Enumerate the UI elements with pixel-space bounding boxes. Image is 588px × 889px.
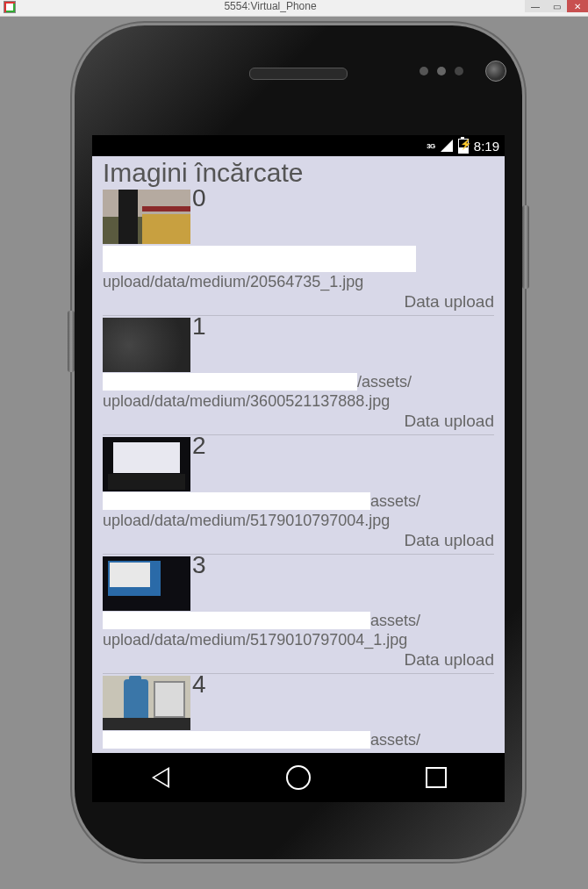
nav-back-button[interactable] <box>147 764 174 791</box>
list-divider <box>103 315 494 316</box>
phone-screen: 3G ⚡ 8:19 Imagini încărcate <box>92 135 505 802</box>
network-type-icon: 3G <box>427 142 435 150</box>
window-minimize-button[interactable]: — <box>525 0 546 12</box>
android-nav-bar <box>92 753 505 802</box>
item-path: assets/ <box>103 730 494 750</box>
phone-sensor-icon <box>437 67 446 75</box>
item-upload-label: Data upload <box>103 531 494 550</box>
phone-sensor-icon <box>455 67 463 75</box>
phone-front-camera-icon <box>485 61 506 82</box>
item-path: /assets/ upload/data/medium/360052113788… <box>103 372 494 412</box>
phone-power-button[interactable] <box>522 205 529 289</box>
emulator-window-title: 5554:Virtual_Phone <box>224 0 316 12</box>
emulator-window-titlebar: 5554:Virtual_Phone — ▭ ✕ <box>0 0 588 17</box>
emulator-app-icon <box>4 1 16 13</box>
item-upload-label: Data upload <box>103 292 494 312</box>
item-path: assets/ upload/data/medium/5179010797004… <box>103 611 494 650</box>
recent-apps-icon <box>426 767 447 788</box>
phone-volume-button[interactable] <box>68 311 75 372</box>
android-status-bar[interactable]: 3G ⚡ 8:19 <box>92 135 505 156</box>
item-upload-label: Data upload <box>103 412 494 431</box>
back-icon <box>152 767 169 788</box>
list-item[interactable]: 2 assets/ upload/data/medium/51790107970… <box>103 437 494 552</box>
thumbnail-image <box>103 676 190 730</box>
page-title: Imagini încărcate <box>103 158 494 188</box>
item-index: 1 <box>192 314 206 339</box>
phone-sensor-icon <box>419 67 428 75</box>
thumbnail-image <box>103 556 190 611</box>
window-close-button[interactable]: ✕ <box>567 0 588 12</box>
home-icon <box>286 765 311 790</box>
phone-earpiece <box>249 68 348 80</box>
phone-frame: 3G ⚡ 8:19 Imagini încărcate <box>75 25 522 859</box>
list-item[interactable]: 1 /assets/ upload/data/medium/3600521137… <box>103 318 494 433</box>
thumbnail-image <box>103 437 190 491</box>
status-clock: 8:19 <box>474 139 499 154</box>
item-index: 3 <box>192 553 206 577</box>
thumbnail-image <box>103 318 190 372</box>
item-path: upload/data/medium/20564735_1.jpg <box>103 272 494 292</box>
item-index: 2 <box>192 434 206 458</box>
item-upload-label: Data upload <box>103 650 494 670</box>
app-viewport[interactable]: Imagini încărcate 0 upload/data/medium/2… <box>92 156 505 771</box>
list-item[interactable]: 3 assets/ upload/data/medium/51790107970… <box>103 556 494 671</box>
thumbnail-image <box>103 190 190 244</box>
battery-icon: ⚡ <box>458 139 469 154</box>
list-divider <box>103 554 494 555</box>
window-maximize-button[interactable]: ▭ <box>546 0 567 12</box>
list-item[interactable]: 4 assets/ <box>103 676 494 752</box>
nav-recent-button[interactable] <box>423 764 449 791</box>
item-index: 4 <box>192 672 206 697</box>
list-divider <box>103 434 494 435</box>
signal-strength-icon <box>441 140 453 152</box>
emulator-background: 3G ⚡ 8:19 Imagini încărcate <box>0 17 588 889</box>
item-path: assets/ upload/data/medium/5179010797004… <box>103 491 494 531</box>
list-item[interactable]: 0 upload/data/medium/20564735_1.jpg Data… <box>103 190 494 313</box>
list-divider <box>103 673 494 674</box>
item-index: 0 <box>192 186 206 211</box>
nav-home-button[interactable] <box>285 764 312 791</box>
